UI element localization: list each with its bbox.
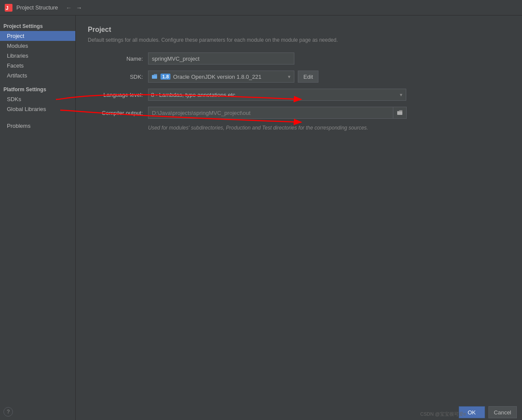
section-title: Project xyxy=(88,26,510,34)
svg-rect-3 xyxy=(397,111,402,115)
compiler-note: Used for modules' subdirectories, Produc… xyxy=(148,125,510,131)
edit-button[interactable]: Edit xyxy=(298,71,318,83)
sidebar-item-problems[interactable]: Problems xyxy=(0,121,75,131)
help-button[interactable]: ? xyxy=(3,407,13,417)
forward-arrow[interactable]: → xyxy=(75,4,83,12)
sidebar-divider-1 xyxy=(0,80,75,84)
sdk-dropdown-arrow: ▼ xyxy=(287,74,291,79)
sdk-label: SDK: xyxy=(88,74,148,80)
bottom-bar: CSDN @宝宝很可爱e OK Cancel xyxy=(393,405,522,420)
section-description: Default settings for all modules. Config… xyxy=(88,36,510,44)
sidebar-item-global-libraries[interactable]: Global Libraries xyxy=(0,104,75,114)
compiler-output-input[interactable] xyxy=(148,107,393,119)
name-label: Name: xyxy=(88,56,148,62)
language-dropdown-arrow: ▼ xyxy=(399,93,403,97)
watermark: CSDN @宝宝很可爱e xyxy=(420,411,466,417)
sdk-dropdown[interactable]: 1.8 Oracle OpenJDK version 1.8.0_221 ▼ xyxy=(148,71,294,83)
language-level-value: 8 - Lambdas, type annotations etc. xyxy=(151,92,237,98)
content-area: Project Default settings for all modules… xyxy=(76,15,522,420)
back-arrow[interactable]: ← xyxy=(65,4,73,12)
sidebar-item-project[interactable]: Project xyxy=(0,31,75,41)
window-title: Project Structure xyxy=(16,4,58,11)
compiler-output-row: Compiler output: xyxy=(88,107,510,119)
compiler-folder-button[interactable] xyxy=(393,107,407,119)
language-level-label: Language level: xyxy=(88,92,148,98)
name-input[interactable] xyxy=(148,52,294,65)
sidebar-item-modules[interactable]: Modules xyxy=(0,41,75,51)
sidebar-item-facets[interactable]: Facets xyxy=(0,61,75,71)
sdk-row: SDK: 1.8 Oracle OpenJDK version 1.8.0_22… xyxy=(88,71,510,83)
cancel-button[interactable]: Cancel xyxy=(488,406,517,418)
sdk-folder-icon xyxy=(151,73,158,80)
sidebar-item-artifacts[interactable]: Artifacts xyxy=(0,71,75,80)
language-level-dropdown[interactable]: 8 - Lambdas, type annotations etc. ▼ xyxy=(148,89,406,101)
project-settings-label: Project Settings xyxy=(0,21,75,31)
main-container: Project Settings Project Modules Librari… xyxy=(0,15,522,420)
sdk-text: Oracle OpenJDK version 1.8.0_221 xyxy=(173,74,261,80)
sidebar-item-sdks[interactable]: SDKs xyxy=(0,94,75,104)
platform-settings-label: Platform Settings xyxy=(0,84,75,94)
compiler-output-label: Compiler output: xyxy=(88,110,148,116)
sidebar-item-libraries[interactable]: Libraries xyxy=(0,51,75,61)
sidebar: Project Settings Project Modules Librari… xyxy=(0,15,76,420)
name-row: Name: xyxy=(88,52,510,65)
app-icon: J xyxy=(4,3,13,12)
sdk-select-wrapper: 1.8 Oracle OpenJDK version 1.8.0_221 ▼ E… xyxy=(148,71,318,83)
title-bar: J Project Structure ← → xyxy=(0,0,522,15)
nav-arrows: ← → xyxy=(65,4,83,12)
sidebar-divider-3 xyxy=(0,117,75,121)
svg-text:J: J xyxy=(6,5,9,11)
language-level-row: Language level: 8 - Lambdas, type annota… xyxy=(88,89,510,101)
sidebar-divider-2 xyxy=(0,114,75,117)
sdk-select-content: 1.8 Oracle OpenJDK version 1.8.0_221 xyxy=(151,73,287,80)
sdk-version-badge: 1.8 xyxy=(161,74,170,80)
compiler-output-wrapper xyxy=(148,107,407,119)
svg-rect-2 xyxy=(152,75,157,79)
